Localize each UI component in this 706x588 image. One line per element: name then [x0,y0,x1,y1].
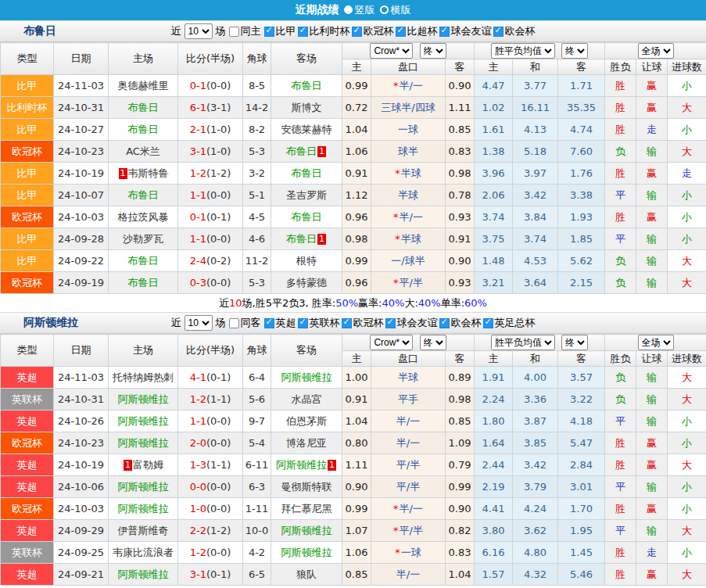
league-filter[interactable]: 欧会杯 [493,24,536,38]
handicap-result-cell: 赢 [636,75,668,97]
star-marker: * [393,525,399,536]
away-team: 布鲁日 [271,163,342,185]
away-odds-cell: 0.91 [446,228,475,250]
league-filter[interactable]: 比利时杯 [298,24,350,38]
checkbox-checked-icon[interactable] [385,318,396,328]
score-cell: 6-1(3-1) [178,97,243,119]
red-card-badge: 1 [124,460,132,471]
league-filter[interactable]: 欧冠杯 [352,24,394,38]
checkbox-checked-icon[interactable] [264,27,274,37]
match-row: 英超24-10-06阿斯顿维拉0-0(0-0)6-3曼彻斯特联0.90平/半0.… [1,476,706,498]
avg-draw-cell: 3.97 [513,163,558,185]
away-odds-cell: 0.90 [446,498,475,520]
league-filter-label: 英联杯 [310,316,340,330]
recent-count-select[interactable]: 10 [185,315,213,331]
date-cell: 24-10-03 [54,206,109,228]
match-row: 英联杯24-09-25韦康比流浪者1-2(0-0)4-2阿斯顿维拉1.06*一球… [1,542,706,564]
result-cell: 胜 [605,432,636,454]
col-away: 客场 [271,335,342,367]
handicap-cell: 平/半 [371,476,446,498]
league-filter[interactable]: 欧冠杯 [342,316,384,330]
league-filter[interactable]: 比甲 [264,24,296,38]
checkbox-checked-icon[interactable] [483,318,493,328]
sub-away-odds: 客 [446,59,475,75]
away-team: 布鲁日 [271,206,342,228]
corner-cell: 5-3 [243,141,271,163]
page-title: 近期战绩 [296,3,339,17]
checkbox-unchecked-icon[interactable] [229,318,239,328]
avg-final-select[interactable]: 终 [561,335,588,350]
handicap-result-cell: 走 [636,542,668,564]
col-corner: 角球 [243,335,271,367]
league-filter[interactable]: 比超杯 [396,24,438,38]
date-cell: 24-10-19 [54,163,109,185]
goals-result-cell: 大 [668,564,706,586]
avg-home-cell: 1.02 [475,97,513,119]
result-cell: 胜 [605,454,636,476]
league-filter[interactable]: 球会友谊 [385,316,438,330]
checkbox-checked-icon[interactable] [264,318,274,328]
avg-type-select[interactable]: 胜平负均值 [491,335,555,350]
radio-unselected-icon[interactable] [380,5,389,14]
corner-cell: 6-3 [243,476,271,498]
odds-final-select[interactable]: 终 [420,335,446,350]
home-team: 伊普斯维奇 [109,520,178,542]
date-cell: 24-10-26 [54,411,109,432]
checkbox-checked-icon[interactable] [298,318,308,328]
home-team: 托特纳姆热刺 [109,367,178,389]
scope-select[interactable]: 全场 [638,43,674,59]
checkbox-checked-icon[interactable] [439,318,450,328]
odds-group: Crow* 终 [342,335,475,351]
sub-handicap: 盘口 [371,59,446,75]
home-odds-cell: 1.12 [342,185,371,206]
checkbox-checked-icon[interactable] [439,27,450,37]
radio-selected-icon[interactable] [344,5,353,14]
league-filter[interactable]: 欧会杯 [439,316,482,330]
league-cell: 欧冠杯 [1,498,54,520]
sub-away-odds: 客 [446,351,475,367]
summary-segment: 单率: [441,296,464,310]
away-team: 布鲁日 [271,75,342,97]
league-filter[interactable]: 英联杯 [298,316,340,330]
home-team: 布鲁日 [109,185,178,206]
avg-draw-cell: 16.11 [513,97,558,119]
odds-company-select[interactable]: Crow* [370,43,413,59]
checkbox-checked-icon[interactable] [342,318,352,328]
away-team: 阿斯顿维拉 [271,520,342,542]
same-venue-filter[interactable]: 同主 [229,24,261,38]
league-filter[interactable]: 英超 [264,316,296,330]
result-cell: 胜 [605,542,636,564]
avg-away-cell: 7.60 [558,141,605,163]
avg-type-select[interactable]: 胜平负均值 [491,43,555,59]
home-odds-cell: 0.85 [342,564,371,586]
odds-company-select[interactable]: Crow* [370,335,413,350]
layout-vertical-radio[interactable]: 竖版 [339,3,375,17]
matches-table-villa: 类型 日期 主场 比分(半场) 角球 客场 Crow* 终 胜平负均值 终 全场… [0,334,706,586]
avg-draw-cell: 4.80 [513,542,558,564]
checkbox-checked-icon[interactable] [352,27,362,37]
league-filter[interactable]: 球会友谊 [439,24,492,38]
date-cell: 24-10-23 [54,141,109,163]
handicap-result-cell: 输 [636,141,668,163]
checkbox-checked-icon[interactable] [298,27,308,37]
scope-select[interactable]: 全场 [638,335,674,350]
avg-home-cell: 1.80 [475,411,513,432]
checkbox-unchecked-icon[interactable] [229,27,239,37]
checkbox-checked-icon[interactable] [396,27,406,37]
league-filter[interactable]: 英足总杯 [483,316,536,330]
away-odds-cell: 0.98 [446,163,475,185]
same-venue-filter[interactable]: 同客 [229,316,261,330]
league-filter-label: 比甲 [276,24,296,38]
home-team: 布鲁日 [109,97,178,119]
avg-final-select[interactable]: 终 [561,43,588,59]
result-cell: 平 [605,520,636,542]
handicap-cell: 一/球半 [371,250,446,272]
avg-home-cell: 1.64 [475,432,513,454]
recent-count-select[interactable]: 10 [185,23,213,39]
score-cell: 1-1(0-0) [178,411,243,432]
sub-handicap-result: 让球 [636,351,668,367]
layout-horizontal-radio[interactable]: 横版 [375,3,411,17]
odds-final-select[interactable]: 终 [420,43,446,59]
checkbox-checked-icon[interactable] [493,27,504,37]
league-cell: 比甲 [1,185,54,206]
